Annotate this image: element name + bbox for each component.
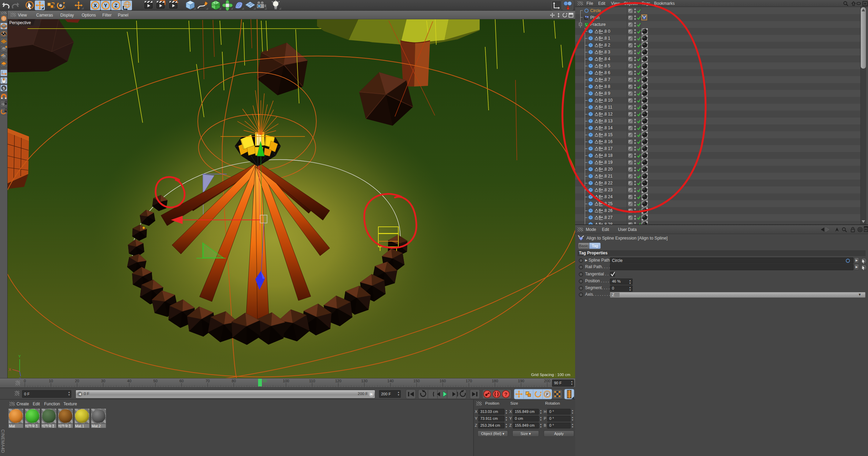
svg-text:80: 80 (232, 379, 236, 383)
svg-text:Y: Y (104, 3, 108, 8)
svg-text:100: 100 (283, 379, 289, 383)
svg-text:X: X (94, 3, 97, 8)
svg-text:X: X (9, 367, 11, 372)
svg-text:140: 140 (387, 379, 394, 383)
svg-text:?: ? (504, 392, 508, 397)
svg-text:P: P (546, 393, 549, 396)
svg-text:40: 40 (127, 379, 131, 383)
svg-text:150: 150 (413, 379, 420, 383)
svg-text:90: 90 (263, 379, 267, 383)
svg-text:120: 120 (335, 379, 341, 383)
svg-text:170: 170 (466, 379, 472, 383)
svg-text:10: 10 (49, 379, 53, 383)
svg-text:190: 190 (518, 379, 524, 383)
svg-text:200: 200 (544, 379, 550, 383)
svg-text:60: 60 (180, 379, 184, 383)
svg-text:Y: Y (18, 354, 21, 358)
svg-text:20: 20 (75, 379, 79, 383)
svg-text:30: 30 (101, 379, 105, 383)
svg-text:Z: Z (114, 3, 118, 8)
svg-text:70: 70 (205, 379, 210, 383)
svg-text:Grid Spacing : 100 cm: Grid Spacing : 100 cm (531, 373, 570, 377)
svg-text:130: 130 (361, 379, 367, 383)
svg-text:0: 0 (24, 379, 26, 383)
svg-text:180: 180 (492, 379, 498, 383)
svg-text:50: 50 (153, 379, 157, 383)
svg-text:110: 110 (309, 379, 315, 383)
svg-text:S: S (2, 86, 5, 90)
svg-text:160: 160 (440, 379, 446, 383)
